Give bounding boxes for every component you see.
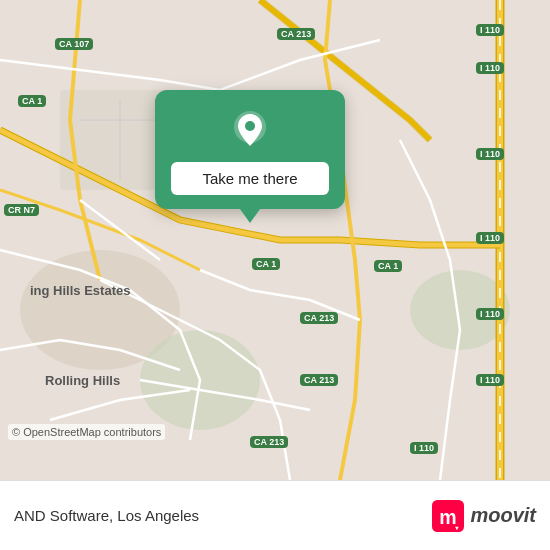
map-svg: ing Hills Estates Rolling Hills [0,0,550,480]
badge-crn7: CR N7 [4,204,39,216]
popup-card: Take me there [155,90,345,209]
svg-text:ing Hills Estates: ing Hills Estates [30,283,130,298]
badge-ca107: CA 107 [55,38,93,50]
badge-ca213-btm: CA 213 [250,436,288,448]
moovit-text: moovit [470,504,536,527]
badge-ca1-top: CA 1 [18,95,46,107]
badge-i110-5: I 110 [476,308,504,320]
map-view: ing Hills Estates Rolling Hills CA 107 C… [0,0,550,480]
badge-ca1-mid: CA 1 [252,258,280,270]
badge-i110-btm: I 110 [410,442,438,454]
take-me-there-button[interactable]: Take me there [171,162,329,195]
badge-ca213-bot: CA 213 [300,374,338,386]
badge-i110-2: I 110 [476,62,504,74]
bottom-bar: AND Software, Los Angeles m moovit [0,480,550,550]
badge-i110-top: I 110 [476,24,504,36]
badge-ca1-right: CA 1 [374,260,402,272]
svg-text:Rolling Hills: Rolling Hills [45,373,120,388]
badge-ca213-top: CA 213 [277,28,315,40]
badge-i110-4: I 110 [476,232,504,244]
location-pin-icon [228,108,272,152]
badge-ca213-mid: CA 213 [300,312,338,324]
svg-point-11 [245,121,255,131]
moovit-logo: m moovit [432,500,536,532]
svg-text:m: m [440,506,457,528]
badge-i110-6: I 110 [476,374,504,386]
badge-i110-3: I 110 [476,148,504,160]
app-name: AND Software, Los Angeles [14,507,432,524]
moovit-icon: m [432,500,464,532]
copyright-text: © OpenStreetMap contributors [8,424,165,440]
